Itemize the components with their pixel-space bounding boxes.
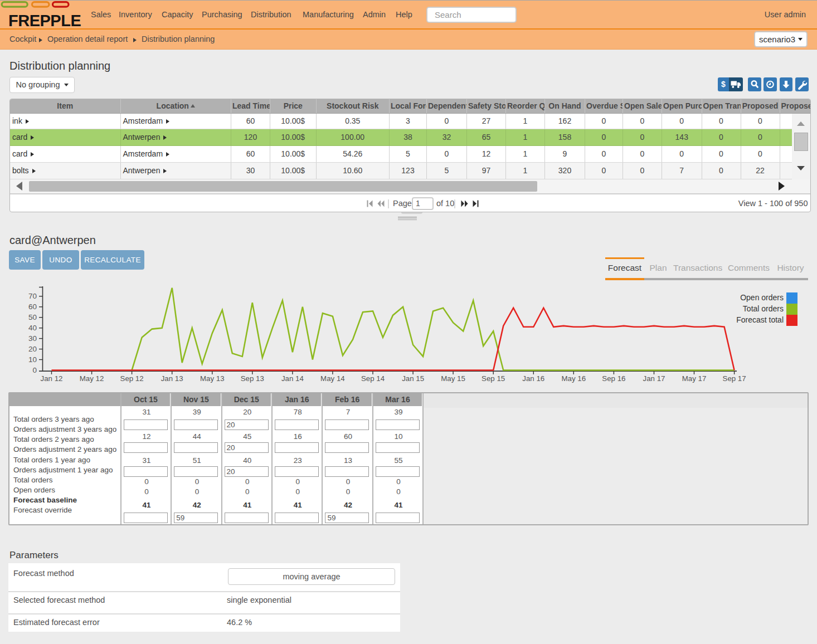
svg-text:Jan 15: Jan 15 (402, 374, 424, 383)
svg-text:40: 40 (28, 324, 37, 332)
svg-text:0: 0 (32, 366, 37, 374)
svg-text:60: 60 (28, 303, 37, 311)
svg-text:Jan 17: Jan 17 (643, 374, 665, 383)
svg-text:May 16: May 16 (561, 374, 586, 383)
svg-text:Sep 16: Sep 16 (602, 374, 625, 383)
svg-text:Jan 13: Jan 13 (161, 374, 183, 383)
svg-text:May 13: May 13 (200, 374, 225, 383)
svg-text:May 12: May 12 (80, 374, 104, 383)
svg-text:Sep 13: Sep 13 (241, 374, 264, 383)
svg-text:Sep 14: Sep 14 (361, 374, 385, 383)
svg-text:Jan 14: Jan 14 (281, 374, 304, 383)
svg-text:Sep 12: Sep 12 (120, 374, 144, 383)
svg-text:50: 50 (28, 313, 37, 321)
svg-text:Jan 16: Jan 16 (522, 374, 544, 383)
svg-text:70: 70 (28, 292, 37, 300)
svg-text:20: 20 (28, 345, 37, 353)
svg-text:Jan 12: Jan 12 (41, 374, 63, 383)
svg-text:May 15: May 15 (441, 374, 465, 383)
svg-text:Sep 15: Sep 15 (482, 374, 505, 383)
svg-text:May 17: May 17 (682, 374, 707, 383)
svg-text:10: 10 (28, 355, 37, 364)
svg-text:Sep 17: Sep 17 (723, 374, 746, 383)
svg-text:May 14: May 14 (320, 374, 345, 383)
svg-text:30: 30 (28, 334, 37, 343)
